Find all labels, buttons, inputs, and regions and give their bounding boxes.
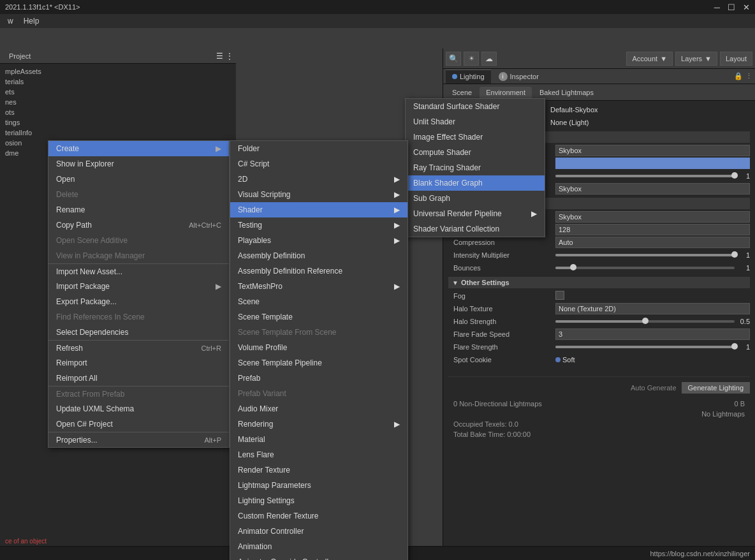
shader-item-blank-graph[interactable]: Blank Shader Graph [406,175,545,191]
fx-button[interactable]: ☀ [464,52,479,66]
create-item-rendering[interactable]: Rendering ▶ [230,416,407,432]
create-item-prefab[interactable]: Prefab [230,371,407,386]
project-item[interactable]: terialInfo [0,128,236,138]
layers-button[interactable]: Layers ▼ [675,52,717,66]
context-menu-item-reimport-all[interactable]: Reimport All [48,371,229,386]
menu-item-window[interactable]: w [3,17,18,26]
create-item-material[interactable]: Material [230,432,407,447]
create-item-render-texture[interactable]: Render Texture [230,462,407,478]
create-item-custom-render-texture[interactable]: Custom Render Texture [230,508,407,524]
account-button[interactable]: Account ▼ [626,52,673,66]
intensity-mult-env-slider[interactable]: 1 [555,172,750,180]
tab-lighting[interactable]: Lighting [446,70,491,84]
shader-item-unlit[interactable]: Unlit Shader [406,114,545,129]
context-menu-item-create[interactable]: Create ▶ [48,141,229,156]
url-label: https://blog.csdn.net/xinzhilinger [650,550,750,557]
create-item-lightmap-params[interactable]: Lightmap Parameters [230,478,407,493]
context-menu-item-update-uxml[interactable]: Update UXML Schema [48,401,229,416]
shader-item-ray-tracing[interactable]: Ray Tracing Shader [406,160,545,175]
create-item-scene-template[interactable]: Scene Template [230,309,407,325]
context-menu-item-reimport[interactable]: Reimport [48,355,229,371]
panel-icon-lock[interactable]: 🔒 [734,72,743,80]
flare-strength-slider[interactable]: 1 [555,343,750,351]
sun-source-value[interactable]: None (Light) [550,119,750,126]
halo-texture-dropdown[interactable]: None (Texture 2D) [555,303,750,314]
generate-lighting-button[interactable]: Generate Lighting [682,382,750,394]
flare-fade-row: Flare Fade Speed 3 [448,328,750,341]
project-item[interactable]: ets [0,87,236,97]
context-menu-item-open-csharp[interactable]: Open C# Project [48,416,229,432]
context-menu-item-properties[interactable]: Properties... Alt+P [48,432,229,447]
context-menu-item-select-deps[interactable]: Select Dependencies [48,325,229,340]
create-item-2d[interactable]: 2D ▶ [230,172,407,187]
tab-inspector[interactable]: i Inspector [492,70,545,84]
create-item-animator-override[interactable]: Animator Override Controller [230,554,407,560]
create-item-csharp[interactable]: C# Script [230,156,407,172]
close-button[interactable]: ✕ [743,3,750,12]
create-item-scene-template-pipeline[interactable]: Scene Template Pipeline [230,355,407,371]
minimize-button[interactable]: ─ [714,3,720,12]
context-menu-item-import-new[interactable]: Import New Asset... [48,263,229,279]
create-item-lens-flare[interactable]: Lens Flare [230,447,407,462]
project-item[interactable]: terials [0,77,236,87]
refl-compression-dropdown[interactable]: Auto [555,237,750,248]
skybox-dropdown[interactable]: Skybox [555,183,750,195]
create-item-visual-scripting[interactable]: Visual Scripting ▶ [230,187,407,202]
create-item-lighting-settings[interactable]: Lighting Settings [230,493,407,508]
refl-resolution-dropdown[interactable]: 128 [555,224,750,235]
context-menu-item-open[interactable]: Open [48,172,229,187]
project-item[interactable]: tings [0,117,236,128]
subtab-scene[interactable]: Scene [446,87,478,98]
project-item[interactable]: mpleAssets [0,66,236,77]
refl-intensity-slider[interactable]: 1 [555,251,750,259]
create-item-audio-mixer[interactable]: Audio Mixer [230,401,407,416]
create-item-textmeshpro[interactable]: TextMeshPro ▶ [230,279,407,294]
project-item[interactable]: ots [0,107,236,117]
asset-tab-project[interactable]: Project [3,51,37,61]
shader-item-sub-graph[interactable]: Sub Graph [406,191,545,206]
refl-bounces-slider[interactable]: 1 [555,264,750,272]
create-item-animation[interactable]: Animation [230,539,407,554]
context-menu-item-import-pkg[interactable]: Import Package ▶ [48,279,229,294]
create-item-assembly-def[interactable]: Assembly Definition [230,248,407,263]
maximize-button[interactable]: ☐ [728,3,735,12]
flare-fade-value[interactable]: 3 [555,328,750,340]
create-item-folder[interactable]: Folder [230,141,407,156]
search-button[interactable]: 🔍 [446,52,461,66]
project-item[interactable]: nes [0,97,236,107]
fog-checkbox[interactable] [555,291,564,300]
create-item-playables[interactable]: Playables ▶ [230,233,407,248]
fog-row: Fog [448,290,750,302]
context-menu-item-show-explorer[interactable]: Show in Explorer [48,156,229,172]
shader-item-urp[interactable]: Universal Render Pipeline ▶ [406,206,545,221]
create-item-testing[interactable]: Testing ▶ [230,217,407,233]
context-menu-item-export-pkg[interactable]: Export Package... [48,294,229,309]
menu-item-help[interactable]: Help [18,17,45,26]
spot-cookie-value[interactable]: Soft [555,356,750,364]
create-item-volume-profile[interactable]: Volume Profile [230,340,407,355]
shader-item-compute[interactable]: Compute Shader [406,145,545,160]
skybox-material-value[interactable]: Default-Skybox [550,106,750,114]
panel-icon-menu[interactable]: ⋮ [745,72,752,80]
subtab-environment[interactable]: Environment [480,87,532,98]
create-item-shader[interactable]: Shader ▶ [230,202,407,217]
context-menu-item-rename[interactable]: Rename [48,202,229,217]
lighting-tab-dot [452,74,457,79]
shader-item-variant-collection[interactable]: Shader Variant Collection [406,221,545,237]
subtab-baked-lightmaps[interactable]: Baked Lightmaps [533,87,600,98]
context-menu-item-copy-path[interactable]: Copy Path Alt+Ctrl+C [48,217,229,233]
create-item-animator-controller[interactable]: Animator Controller [230,524,407,539]
refl-source-dropdown[interactable]: Skybox [555,211,750,223]
cloud-button[interactable]: ☁ [481,52,497,66]
asset-panel-pin-icon[interactable]: ⋮ [226,52,233,61]
env-source-dropdown[interactable]: Skybox [555,145,750,156]
env-color-swatch[interactable] [555,158,750,169]
create-item-scene[interactable]: Scene [230,294,407,309]
shader-item-standard-surface[interactable]: Standard Surface Shader [406,99,545,114]
shader-item-image-effect[interactable]: Image Effect Shader [406,129,545,145]
context-menu-item-refresh[interactable]: Refresh Ctrl+R [48,340,229,355]
layout-button[interactable]: Layout [720,52,752,66]
asset-panel-menu-icon[interactable]: ☰ [216,52,223,61]
halo-strength-slider[interactable]: 0.5 [555,318,750,325]
create-item-assembly-def-ref[interactable]: Assembly Definition Reference [230,263,407,279]
